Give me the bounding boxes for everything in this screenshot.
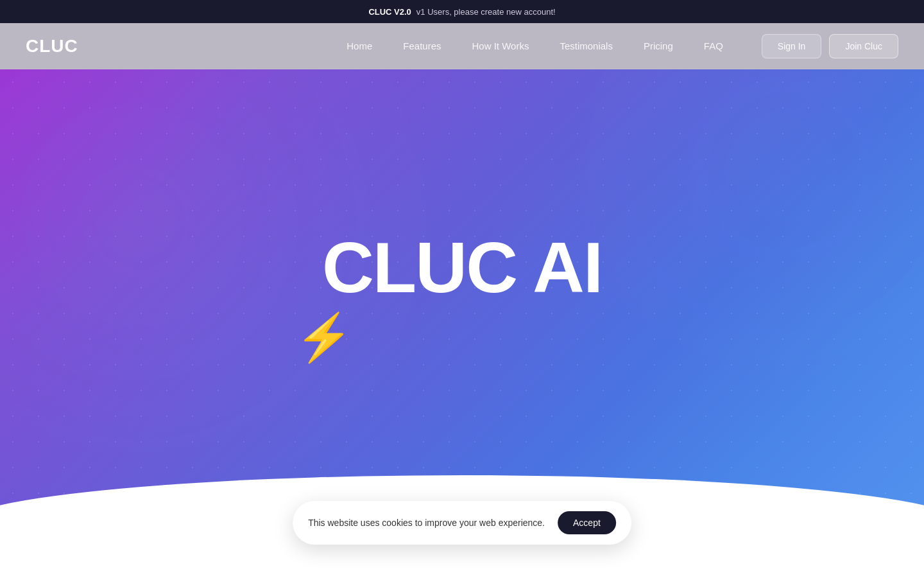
hero-title: CLUC AI <box>322 232 602 304</box>
nav-how-it-works[interactable]: How It Works <box>472 40 529 51</box>
nav-testimonials[interactable]: Testimonials <box>560 40 613 51</box>
nav-pricing[interactable]: Pricing <box>644 40 673 51</box>
join-button[interactable]: Join Cluc <box>829 34 898 58</box>
nav-home[interactable]: Home <box>346 40 372 51</box>
hero-section: CLUC AI ⚡ This website uses cookies to i… <box>0 69 924 578</box>
signin-button[interactable]: Sign In <box>762 34 822 58</box>
lightning-icon: ⚡ <box>295 310 353 365</box>
cookie-banner: This website uses cookies to improve you… <box>293 501 631 545</box>
header-actions: Sign In Join Cluc <box>762 34 898 58</box>
version-badge: CLUC V2.0 <box>368 7 411 17</box>
header: CLUC Home Features How It Works Testimon… <box>0 23 924 69</box>
nav-faq[interactable]: FAQ <box>704 40 723 51</box>
announcement-text: v1 Users, please create new account! <box>416 7 556 17</box>
announcement-bar: CLUC V2.0 v1 Users, please create new ac… <box>0 0 924 23</box>
logo[interactable]: CLUC <box>26 36 78 57</box>
main-nav: Home Features How It Works Testimonials … <box>346 40 723 51</box>
cookie-message: This website uses cookies to improve you… <box>308 518 545 528</box>
accept-cookies-button[interactable]: Accept <box>558 511 616 534</box>
nav-features[interactable]: Features <box>403 40 441 51</box>
